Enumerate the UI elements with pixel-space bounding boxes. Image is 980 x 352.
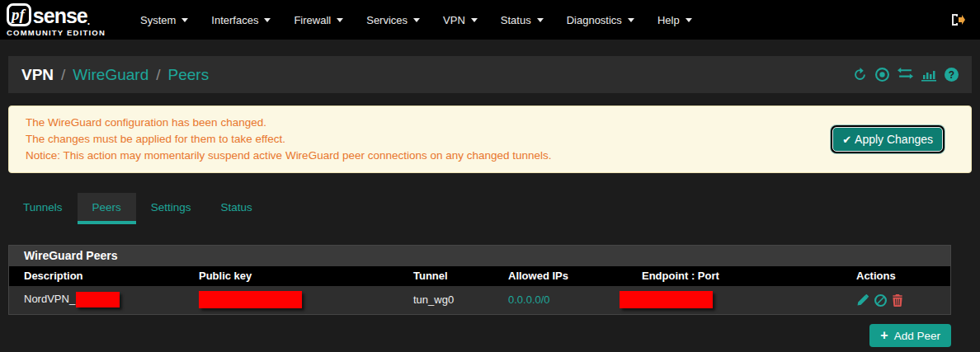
alert-line-3: Notice: This action may momentarily susp… [26,148,552,164]
peer-tunnel-cell: tun_wg0 [407,286,502,314]
table-row: NordVPN_ tun_wg0 0.0.0.0/0 [9,286,950,314]
logo-trademark-dot: . [87,16,90,26]
menu-services[interactable]: Services [355,0,431,40]
plus-icon: + [880,329,888,342]
peers-table: Description Public key Tunnel Allowed IP… [9,266,950,314]
disable-ban-icon[interactable] [874,294,887,307]
col-tunnel: Tunnel [407,266,502,286]
tab-peers[interactable]: Peers [78,193,136,224]
chevron-down-icon [471,18,478,22]
check-icon: ✔ [842,134,851,146]
tab-status[interactable]: Status [206,193,267,224]
menu-firewall[interactable]: Firewall [282,0,355,40]
peer-description-cell: NordVPN_ [9,286,192,314]
page-header-bar: VPN / WireGuard / Peers [8,56,972,93]
col-description: Description [9,266,192,286]
refresh-icon[interactable] [853,68,867,82]
breadcrumb-peers-link[interactable]: Peers [168,66,210,84]
wireguard-peers-panel: WireGuard Peers Description Public key T… [8,245,951,315]
add-peer-button[interactable]: + Add Peer [869,324,951,347]
help-icon[interactable]: ? [945,68,959,82]
peer-endpoint-cell [635,286,850,314]
col-actions: Actions [850,266,950,286]
delete-trash-icon[interactable] [892,294,903,307]
exchange-arrows-icon[interactable] [898,68,913,82]
tab-tunnels[interactable]: Tunnels [8,193,78,224]
col-endpoint-port: Endpoint : Port [635,266,850,286]
col-allowed-ips: Allowed IPs [502,266,635,286]
menu-vpn[interactable]: VPN [431,0,489,40]
top-navbar: pf sense . COMMUNITY EDITION System Inte… [0,0,980,40]
panel-title: WireGuard Peers [9,246,950,266]
bar-chart-icon[interactable] [921,68,936,82]
redacted-public-key [199,291,302,308]
menu-diagnostics[interactable]: Diagnostics [555,0,646,40]
menu-status[interactable]: Status [489,0,555,40]
alert-message: The WireGuard configuration has been cha… [26,115,552,164]
chevron-down-icon [413,18,420,22]
chevron-down-icon [686,18,692,22]
wireguard-tabs: Tunnels Peers Settings Status [8,193,972,224]
sign-out-icon[interactable] [947,10,968,30]
col-public-key: Public key [192,266,407,286]
alert-line-1: The WireGuard configuration has been cha… [26,115,552,131]
pfsense-logo[interactable]: pf sense . COMMUNITY EDITION [7,3,106,37]
record-dot-icon[interactable] [875,68,889,82]
logo-edition-text: COMMUNITY EDITION [7,28,106,37]
peer-allowed-ips-cell: 0.0.0.0/0 [502,286,635,314]
chevron-down-icon [264,18,271,22]
table-header-row: Description Public key Tunnel Allowed IP… [9,266,950,286]
tab-settings[interactable]: Settings [136,193,206,224]
apply-changes-button[interactable]: ✔ Apply Changes [832,127,943,152]
redacted-endpoint [620,291,713,308]
breadcrumb: VPN / WireGuard / Peers [21,66,209,84]
menu-system[interactable]: System [129,0,200,40]
chevron-down-icon [537,18,544,22]
chevron-down-icon [181,18,188,22]
main-menu: System Interfaces Firewall Services VPN … [129,0,704,40]
header-icon-group: ? [853,68,959,82]
logo-pf-mark: pf [7,3,31,26]
breadcrumb-root: VPN [21,66,54,84]
edit-pencil-icon[interactable] [856,294,869,307]
alert-line-2: The changes must be applied for them to … [26,131,552,148]
logo-sense-text: sense [33,6,87,26]
menu-interfaces[interactable]: Interfaces [200,0,282,40]
chevron-down-icon [628,18,634,22]
chevron-down-icon [337,18,343,22]
peer-actions-cell [850,286,950,314]
breadcrumb-wireguard-link[interactable]: WireGuard [73,66,148,84]
redacted-description [76,292,120,307]
apply-changes-alert: The WireGuard configuration has been cha… [8,106,972,173]
peer-public-key-cell [192,286,407,314]
menu-help[interactable]: Help [646,0,704,40]
